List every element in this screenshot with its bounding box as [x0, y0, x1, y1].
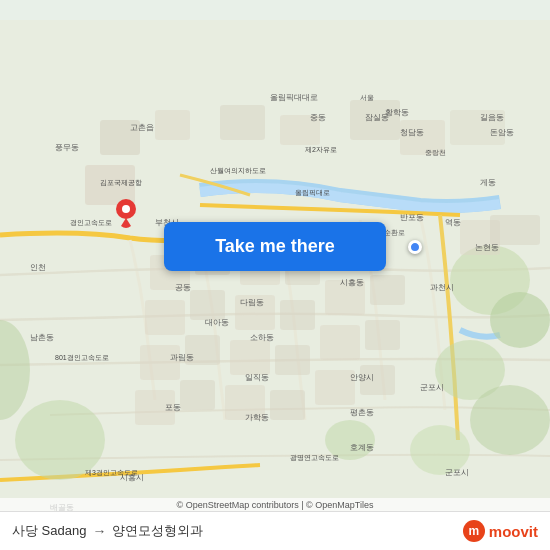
svg-rect-36 [365, 320, 400, 350]
svg-text:일직동: 일직동 [245, 373, 269, 382]
svg-text:중랑천: 중랑천 [425, 149, 446, 156]
svg-rect-12 [220, 105, 265, 140]
svg-rect-33 [230, 340, 270, 375]
svg-text:포동: 포동 [165, 403, 181, 412]
svg-text:공동: 공동 [175, 283, 191, 292]
svg-rect-30 [370, 275, 405, 305]
svg-rect-25 [145, 300, 185, 335]
svg-text:시흥동: 시흥동 [340, 278, 364, 287]
svg-text:인천: 인천 [30, 263, 46, 272]
svg-text:올림픽대대로: 올림픽대대로 [270, 93, 318, 102]
svg-text:서울: 서울 [360, 94, 374, 101]
svg-rect-28 [280, 300, 315, 330]
moovit-logo-icon: m [463, 520, 485, 542]
svg-point-88 [122, 205, 130, 213]
svg-text:다림동: 다림동 [240, 298, 264, 307]
svg-text:제2자유로: 제2자유로 [305, 146, 337, 153]
origin-marker [115, 198, 137, 232]
svg-text:대아동: 대아동 [205, 318, 229, 327]
svg-text:길음동: 길음동 [480, 113, 504, 122]
svg-rect-41 [315, 370, 355, 405]
svg-point-4 [470, 385, 550, 455]
svg-rect-38 [180, 380, 215, 410]
svg-rect-26 [190, 290, 225, 320]
svg-text:게동: 게동 [480, 178, 496, 187]
destination-marker [408, 240, 422, 254]
svg-text:올림픽대로: 올림픽대로 [295, 189, 330, 197]
svg-text:군포시: 군포시 [445, 468, 469, 477]
svg-text:801경인고속도로: 801경인고속도로 [55, 354, 109, 362]
route-to: 양연모성형외과 [112, 522, 203, 540]
svg-text:중동: 중동 [310, 113, 326, 122]
svg-text:광명연고속도로: 광명연고속도로 [290, 454, 339, 462]
svg-text:고촌읍: 고촌읍 [130, 123, 154, 132]
svg-text:산월여의지하도로: 산월여의지하도로 [210, 167, 266, 174]
moovit-logo-text: moovit [489, 523, 538, 540]
take-me-there-button[interactable]: Take me there [164, 222, 386, 271]
svg-point-7 [15, 400, 105, 480]
svg-text:풍무동: 풍무동 [55, 143, 79, 152]
arrow-icon: → [92, 523, 106, 539]
map-attribution: © OpenStreetMap contributors | © OpenMap… [0, 498, 550, 512]
route-info: 사당 Sadang → 양연모성형외과 [12, 522, 203, 540]
map-background: 풍무동 고촌읍 김포국제공항 인천 남촌동 부천시 공동 대아동 과림동 포동 … [0, 0, 550, 550]
svg-text:가학동: 가학동 [245, 413, 269, 422]
svg-text:안양시: 안양시 [350, 373, 374, 382]
svg-text:돈암동: 돈암동 [490, 128, 514, 137]
svg-text:청담동: 청담동 [400, 128, 424, 137]
svg-text:평촌동: 평촌동 [350, 408, 374, 417]
svg-text:과림동: 과림동 [170, 353, 194, 362]
svg-point-2 [490, 292, 550, 348]
svg-text:경인고속도로: 경인고속도로 [70, 219, 112, 227]
svg-rect-18 [490, 215, 540, 245]
svg-text:김포국제공항: 김포국제공항 [100, 179, 142, 187]
svg-rect-31 [140, 345, 180, 380]
moovit-logo: m moovit [463, 520, 538, 542]
svg-text:군포시: 군포시 [420, 383, 444, 392]
svg-rect-40 [270, 390, 305, 420]
svg-rect-35 [320, 325, 360, 360]
svg-rect-34 [275, 345, 310, 375]
svg-text:논현동: 논현동 [475, 243, 499, 252]
bottom-bar: 사당 Sadang → 양연모성형외과 m moovit [0, 511, 550, 550]
route-from: 사당 Sadang [12, 522, 86, 540]
svg-text:호계동: 호계동 [350, 443, 374, 452]
svg-text:남촌동: 남촌동 [30, 333, 54, 342]
svg-text:소하동: 소하동 [250, 333, 274, 342]
map-container: 풍무동 고촌읍 김포국제공항 인천 남촌동 부천시 공동 대아동 과림동 포동 … [0, 0, 550, 550]
svg-rect-11 [155, 110, 190, 140]
svg-text:과천시: 과천시 [430, 283, 454, 292]
svg-text:제3경인고속도로: 제3경인고속도로 [85, 469, 138, 477]
svg-text:역동: 역동 [445, 218, 461, 227]
svg-text:반포동: 반포동 [400, 213, 424, 222]
svg-text:잠실동: 잠실동 [365, 113, 389, 122]
